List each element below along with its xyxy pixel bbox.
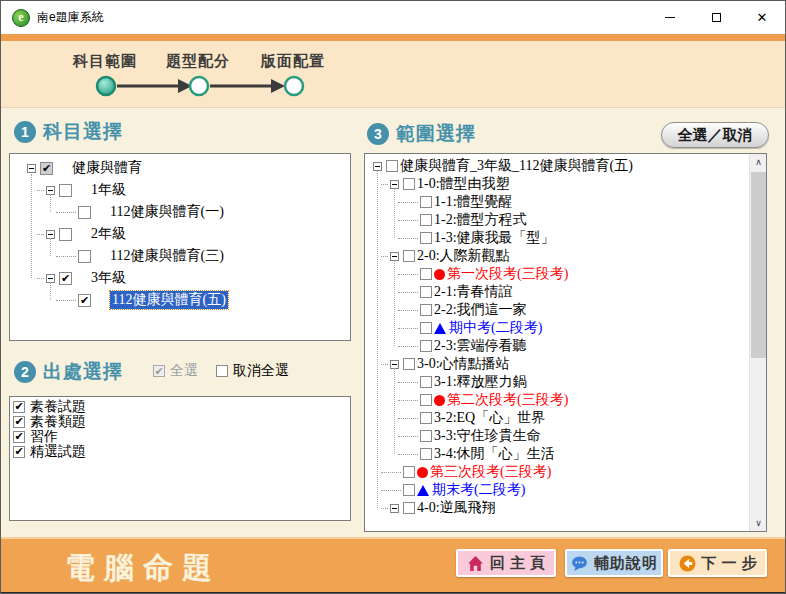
select-all-toggle-button[interactable]: 全選／取消 [661,122,769,148]
tree-checkbox[interactable] [420,286,432,298]
tree-checkbox[interactable] [420,304,432,316]
tree-checkbox[interactable] [420,430,432,442]
tree-row[interactable]: 1-0:體型由我塑 [365,175,751,193]
tree-row[interactable]: 健康與體育_3年級_112健康與體育(五) [365,157,751,175]
expand-toggle-icon[interactable] [373,162,382,171]
section2-title: 出處選擇 [43,359,123,385]
expand-toggle-icon[interactable] [27,164,36,173]
tree-label: 第二次段考(三段考) [447,391,568,409]
tree-row[interactable]: 期中考(二段考) [365,319,751,337]
tree-label: 3年級 [91,269,126,287]
tree-label: 3-1:釋放壓力鍋 [434,373,527,391]
tree-checkbox[interactable]: ✔ [78,294,91,307]
tree-guide [394,260,395,346]
tree-row[interactable]: 112健康與體育(一) [10,201,350,223]
tree-label: 3-4:休閒「心」生活 [434,445,555,463]
tree-checkbox[interactable] [420,394,432,406]
tree-row[interactable]: 期末考(二段考) [365,481,751,499]
red-dot-icon [417,467,428,478]
list-checkbox[interactable]: ✔ [13,431,25,443]
list-item[interactable]: ✔精選試題 [13,444,350,459]
tree-guide [31,174,32,278]
tree-row[interactable]: 1-3:健康我最「型」 [365,229,751,247]
tree-connector [398,400,418,401]
tree-checkbox[interactable] [420,196,432,208]
tree-row[interactable]: 1-1:體型覺醒 [365,193,751,211]
tree-row[interactable]: ✔112健康與體育(五) [10,289,350,311]
minimize-button[interactable] [647,1,693,34]
tree-row[interactable]: ✔3年級 [10,267,350,289]
tree-checkbox[interactable] [403,466,415,478]
checkbox[interactable] [216,365,228,377]
next-step-button[interactable]: 下一步 [668,549,767,577]
tree-row[interactable]: 第一次段考(三段考) [365,265,751,283]
tree-checkbox[interactable] [420,412,432,424]
deselect-all-checkbox[interactable]: 取消全選 [216,362,289,380]
tree-checkbox[interactable] [420,268,432,280]
tree-row[interactable]: 2-1:青春情誼 [365,283,751,301]
tree-checkbox[interactable] [420,376,432,388]
tree-label: 2年級 [91,225,126,243]
tree-connector [37,190,44,191]
tree-row[interactable]: 3-1:釋放壓力鍋 [365,373,751,391]
tree-row[interactable]: 3-4:休閒「心」生活 [365,445,751,463]
tree-row[interactable]: ✔健康與體育 [10,157,350,179]
tree-checkbox[interactable] [59,228,72,241]
checkbox[interactable]: ✔ [153,365,165,377]
tree-row[interactable]: 1-2:體型方程式 [365,211,751,229]
close-button[interactable]: ✕ [739,1,785,34]
tree-checkbox[interactable] [403,250,415,262]
tree-connector [398,382,418,383]
scroll-down-icon[interactable]: ∨ [750,515,767,531]
tree-label: 第一次段考(三段考) [447,265,568,283]
tree-checkbox[interactable] [59,184,72,197]
tree-row[interactable]: 3-3:守住珍貴生命 [365,427,751,445]
tree-checkbox[interactable] [403,502,415,514]
tree-checkbox[interactable] [403,358,415,370]
tree-checkbox[interactable] [403,178,415,190]
tree-checkbox[interactable]: ✔ [40,162,53,175]
help-button-label: 輔助說明 [594,554,658,573]
tree-label: 2-2:我們這一家 [434,301,527,319]
footer-brand-title: 電腦命題 [65,548,221,589]
list-checkbox[interactable]: ✔ [13,446,25,458]
tree-row[interactable]: 112健康與體育(三) [10,245,350,267]
tree-row[interactable]: 2-2:我們這一家 [365,301,751,319]
help-button[interactable]: 輔助說明 [565,549,663,577]
tree-checkbox[interactable] [420,214,432,226]
list-checkbox[interactable]: ✔ [13,416,25,428]
tree-row[interactable]: 2-3:雲端停看聽 [365,337,751,355]
tree-checkbox[interactable]: ✔ [59,272,72,285]
tree-checkbox[interactable] [78,206,91,219]
tree-row[interactable]: 1年級 [10,179,350,201]
scrollbar-thumb[interactable] [751,172,766,358]
tree-label: 112健康與體育(三) [110,247,224,265]
expand-toggle-icon[interactable] [390,504,399,513]
scrollbar[interactable]: ∧ ∨ [749,154,766,531]
tree-row[interactable]: 3-0:心情點播站 [365,355,751,373]
tree-row[interactable]: 2年級 [10,223,350,245]
select-all-checkbox[interactable]: ✔ 全選 [153,362,198,380]
scroll-up-icon[interactable]: ∧ [750,154,767,170]
tree-row[interactable]: 第三次段考(三段考) [365,463,751,481]
tree-checkbox[interactable] [386,160,398,172]
tree-checkbox[interactable] [420,232,432,244]
list-item[interactable]: ✔素養類題 [13,414,350,429]
maximize-button[interactable] [693,1,739,34]
tree-checkbox[interactable] [420,340,432,352]
tree-row[interactable]: 2-0:人際新觀點 [365,247,751,265]
tree-checkbox[interactable] [420,322,432,334]
tree-label: 第三次段考(三段考) [430,463,551,481]
subject-tree-panel: ✔健康與體育1年級112健康與體育(一)2年級112健康與體育(三)✔3年級✔1… [9,153,351,341]
tree-row[interactable]: 3-2:EQ「心」世界 [365,409,751,427]
blue-triangle-icon [417,485,429,496]
tree-checkbox[interactable] [78,250,91,263]
home-button[interactable]: 回主頁 [456,549,556,577]
tree-checkbox[interactable] [403,484,415,496]
tree-connector [398,346,418,347]
app-window: e 南e題庫系統 ✕ 科目範圍 題型配分 版面配置 [0,0,786,594]
list-checkbox[interactable]: ✔ [13,401,25,413]
tree-row[interactable]: 4-0:逆風飛翔 [365,499,751,517]
tree-row[interactable]: 第二次段考(三段考) [365,391,751,409]
tree-checkbox[interactable] [420,448,432,460]
